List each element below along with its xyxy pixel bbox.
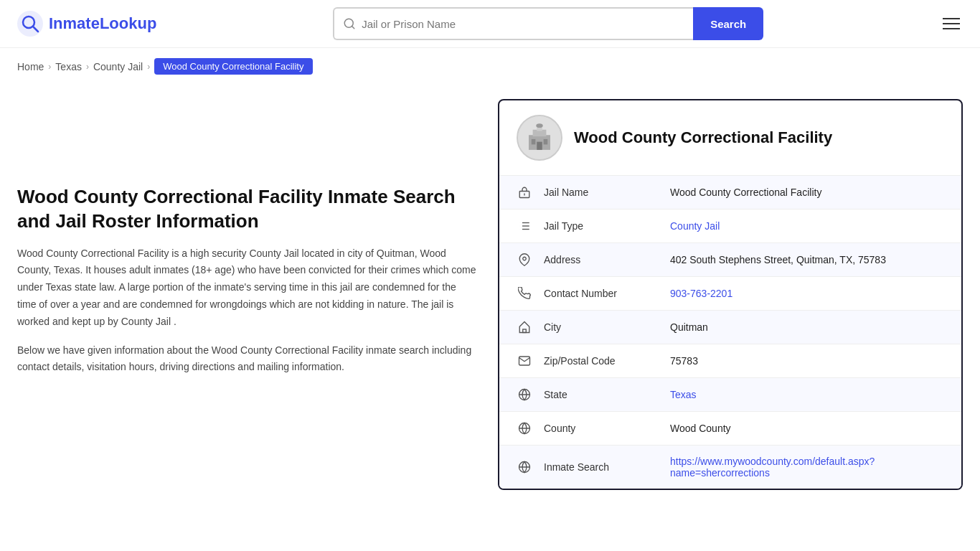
location-icon [517, 253, 532, 266]
svg-marker-22 [519, 322, 529, 333]
breadcrumb: Home › Texas › County Jail › Wood County… [0, 48, 980, 85]
hamburger-line [943, 18, 960, 19]
row-label: Zip/Postal Code [544, 355, 659, 367]
svg-rect-9 [532, 139, 536, 145]
table-row: StateTexas [499, 378, 961, 412]
row-label: Jail Type [544, 220, 659, 232]
row-value: Wood County [670, 423, 944, 434]
card-header: Wood County Correctional Facility [499, 100, 961, 176]
globe-icon [517, 388, 532, 401]
row-label: Contact Number [544, 288, 659, 299]
row-value[interactable]: https://www.mywoodcounty.com/default.asp… [670, 456, 944, 479]
search-input[interactable] [362, 18, 684, 30]
svg-rect-10 [544, 139, 548, 145]
info-table: Jail NameWood County Correctional Facili… [499, 176, 961, 489]
row-value[interactable]: 903-763-2201 [670, 288, 944, 299]
row-label: County [544, 423, 659, 434]
svg-rect-11 [537, 142, 542, 150]
jail-icon [517, 186, 532, 199]
svg-point-12 [536, 123, 542, 128]
search-bar-icon [343, 17, 356, 30]
search-bar: Search [333, 7, 763, 40]
row-label: State [544, 389, 659, 400]
page-desc-1: Wood County Correctional Facility is a h… [17, 245, 476, 331]
card-title: Wood County Correctional Facility [574, 128, 832, 147]
row-link[interactable]: Texas [670, 389, 697, 400]
hamburger-menu[interactable] [940, 15, 963, 32]
table-row: Zip/Postal Code75783 [499, 344, 961, 378]
table-row: Inmate Searchhttps://www.mywoodcounty.co… [499, 446, 961, 489]
row-value[interactable]: Texas [670, 389, 944, 400]
search-icon [517, 461, 532, 474]
chevron-icon: › [48, 62, 51, 72]
row-value[interactable]: County Jail [670, 220, 944, 232]
svg-point-0 [17, 11, 43, 37]
breadcrumb-county-jail[interactable]: County Jail [93, 61, 143, 72]
list-icon [517, 220, 532, 232]
row-value: 402 South Stephens Street, Quitman, TX, … [670, 254, 944, 265]
logo-text: InmateLookup [49, 14, 156, 33]
row-label: Address [544, 254, 659, 265]
search-button[interactable]: Search [693, 7, 763, 40]
row-value: Quitman [670, 321, 944, 333]
breadcrumb-active: Wood County Correctional Facility [154, 58, 312, 75]
logo-icon [17, 11, 43, 37]
phone-icon [517, 287, 532, 300]
row-label: Inmate Search [544, 461, 659, 473]
table-row: Address402 South Stephens Street, Quitma… [499, 243, 961, 277]
svg-rect-23 [523, 329, 527, 333]
hamburger-line [943, 28, 960, 29]
info-card: Wood County Correctional Facility Jail N… [498, 99, 963, 490]
row-value: Wood County Correctional Facility [670, 187, 944, 198]
county-icon [517, 422, 532, 435]
city-icon [517, 321, 532, 334]
table-row: Jail NameWood County Correctional Facili… [499, 176, 961, 209]
main-content: Wood County Correctional Facility Inmate… [0, 85, 980, 519]
breadcrumb-home[interactable]: Home [17, 61, 44, 72]
svg-line-4 [352, 26, 354, 28]
hamburger-line [943, 23, 960, 24]
header: InmateLookup Search [0, 0, 980, 48]
svg-point-21 [523, 257, 527, 260]
row-value: 75783 [670, 355, 944, 367]
table-row: Jail TypeCounty Jail [499, 209, 961, 243]
table-row: Contact Number903-763-2201 [499, 277, 961, 311]
facility-building-icon [518, 116, 561, 159]
row-label: Jail Name [544, 187, 659, 198]
page-title: Wood County Correctional Facility Inmate… [17, 185, 476, 234]
row-link[interactable]: 903-763-2201 [670, 288, 732, 299]
facility-avatar [517, 115, 562, 161]
search-input-wrapper [333, 7, 693, 40]
table-row: CityQuitman [499, 311, 961, 344]
table-row: CountyWood County [499, 412, 961, 446]
page-desc-2: Below we have given information about th… [17, 342, 476, 377]
row-link[interactable]: https://www.mywoodcounty.com/default.asp… [670, 456, 875, 479]
chevron-icon: › [86, 62, 89, 72]
breadcrumb-texas[interactable]: Texas [55, 61, 82, 72]
chevron-icon: › [147, 62, 150, 72]
row-link[interactable]: County Jail [670, 220, 720, 232]
row-label: City [544, 321, 659, 333]
logo-area[interactable]: InmateLookup [17, 11, 156, 37]
zip-icon [517, 354, 532, 367]
left-content: Wood County Correctional Facility Inmate… [17, 99, 476, 387]
